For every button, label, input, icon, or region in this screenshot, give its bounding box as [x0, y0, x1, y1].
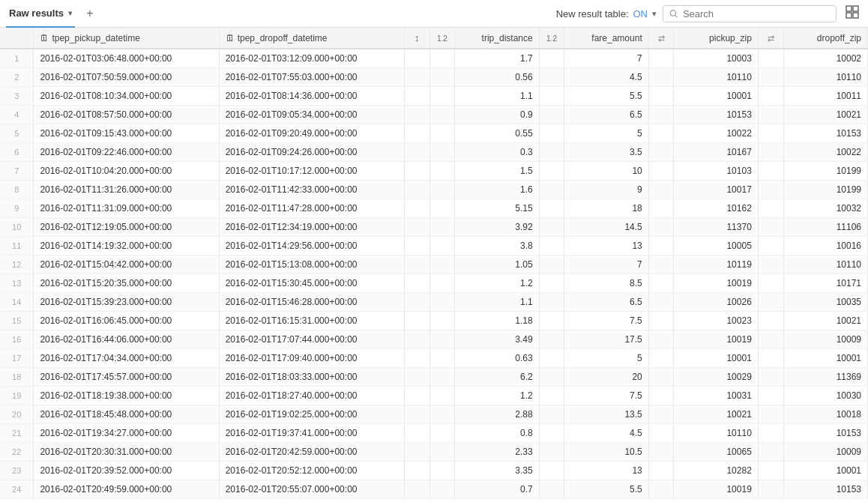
cell-pickup-datetime: 2016-02-01T20:49:59.000+00:00 — [34, 480, 219, 499]
cell-int-icon-b — [758, 237, 783, 255]
table-row: 9 2016-02-01T11:31:09.000+00:00 2016-02-… — [0, 199, 868, 218]
table-header-row: 🗓 tpep_pickup_datetime 🗓 tpep_dropoff_da… — [0, 28, 868, 49]
cell-fare-amount: 17.5 — [564, 330, 648, 349]
search-box[interactable] — [663, 5, 837, 22]
cell-pickup-datetime: 2016-02-01T08:57:50.000+00:00 — [34, 106, 219, 124]
cell-sort-placeholder — [404, 424, 430, 443]
cell-int-icon-a — [648, 312, 674, 330]
cell-trip-distance: 1.18 — [455, 312, 539, 330]
col-header-trip-distance[interactable]: trip_distance — [455, 28, 539, 49]
cell-fare-amount: 7 — [564, 255, 648, 274]
cell-fare-amount: 6.5 — [564, 293, 648, 312]
col-header-rownum — [0, 28, 34, 49]
cell-rownum: 10 — [0, 218, 34, 237]
cell-badge-12a — [430, 312, 455, 330]
cell-rownum: 13 — [0, 274, 34, 293]
table-row: 15 2016-02-01T16:06:45.000+00:00 2016-02… — [0, 312, 868, 330]
cell-badge-12a — [430, 424, 455, 443]
cell-dropoff-zip: 10153 — [783, 424, 867, 443]
table-row: 4 2016-02-01T08:57:50.000+00:00 2016-02-… — [0, 106, 868, 124]
cell-pickup-datetime: 2016-02-01T16:44:06.000+00:00 — [34, 330, 219, 349]
cell-badge-12b — [539, 424, 564, 443]
cell-dropoff-zip: 10021 — [783, 312, 867, 330]
cell-pickup-datetime: 2016-02-01T12:19:05.000+00:00 — [34, 218, 219, 237]
add-tab-button[interactable]: + — [81, 4, 99, 22]
cell-sort-placeholder — [404, 480, 430, 499]
cell-dropoff-datetime: 2016-02-01T18:03:33.000+00:00 — [219, 368, 404, 387]
cell-pickup-zip: 10021 — [674, 405, 758, 424]
cell-dropoff-zip: 10030 — [783, 387, 867, 405]
cell-dropoff-zip: 10171 — [783, 274, 867, 293]
col-header-pickup-zip[interactable]: pickup_zip — [674, 28, 758, 49]
cell-badge-12a — [430, 293, 455, 312]
svg-rect-4 — [846, 13, 852, 18]
cell-fare-amount: 13 — [564, 237, 648, 255]
cell-sort-placeholder — [404, 162, 430, 181]
cell-pickup-zip: 10023 — [674, 312, 758, 330]
cell-int-icon-b — [758, 387, 783, 405]
cell-dropoff-datetime: 2016-02-01T18:27:40.000+00:00 — [219, 387, 404, 405]
new-result-label: New result table: — [556, 8, 629, 19]
cell-dropoff-datetime: 2016-02-01T03:12:09.000+00:00 — [219, 49, 404, 68]
cell-trip-distance: 1.6 — [455, 181, 539, 199]
search-input[interactable] — [683, 8, 830, 19]
col-header-dropoff-datetime[interactable]: 🗓 tpep_dropoff_datetime — [219, 28, 404, 49]
cell-fare-amount: 10.5 — [564, 443, 648, 462]
cell-trip-distance: 0.9 — [455, 106, 539, 124]
cell-fare-amount: 8.5 — [564, 274, 648, 293]
cell-trip-distance: 0.7 — [455, 480, 539, 499]
cell-dropoff-datetime: 2016-02-01T14:29:56.000+00:00 — [219, 237, 404, 255]
badge-12b: 1.2 — [546, 34, 557, 43]
cell-sort-placeholder — [404, 330, 430, 349]
cell-badge-12b — [539, 181, 564, 199]
cell-trip-distance: 2.88 — [455, 405, 539, 424]
cell-dropoff-zip: 10009 — [783, 443, 867, 462]
cell-trip-distance: 3.92 — [455, 218, 539, 237]
toggle-chevron-icon[interactable]: ▾ — [652, 9, 657, 19]
cell-pickup-zip: 10019 — [674, 330, 758, 349]
cell-dropoff-datetime: 2016-02-01T15:13:08.000+00:00 — [219, 255, 404, 274]
col-header-dropoff-zip[interactable]: dropoff_zip — [783, 28, 867, 49]
cell-dropoff-zip: 10199 — [783, 162, 867, 181]
cell-badge-12a — [430, 480, 455, 499]
table-row: 8 2016-02-01T11:31:26.000+00:00 2016-02-… — [0, 181, 868, 199]
cell-trip-distance: 0.56 — [455, 68, 539, 87]
cell-dropoff-zip: 10018 — [783, 405, 867, 424]
cell-sort-placeholder — [404, 255, 430, 274]
cell-dropoff-datetime: 2016-02-01T11:47:28.000+00:00 — [219, 199, 404, 218]
cell-dropoff-datetime: 2016-02-01T20:55:07.000+00:00 — [219, 480, 404, 499]
table-row: 5 2016-02-01T09:15:43.000+00:00 2016-02-… — [0, 124, 868, 143]
cell-pickup-datetime: 2016-02-01T20:39:52.000+00:00 — [34, 462, 219, 480]
cell-int-icon-a — [648, 87, 674, 106]
raw-results-tab[interactable]: Raw results ▾ — [6, 0, 75, 28]
cell-sort-placeholder — [404, 237, 430, 255]
cell-int-icon-b — [758, 162, 783, 181]
cell-pickup-datetime: 2016-02-01T03:06:48.000+00:00 — [34, 49, 219, 68]
cell-int-icon-a — [648, 255, 674, 274]
cell-fare-amount: 14.5 — [564, 218, 648, 237]
col-header-sort[interactable]: ↕ — [404, 28, 430, 49]
cell-sort-placeholder — [404, 293, 430, 312]
col-header-fare-amount[interactable]: fare_amount — [564, 28, 648, 49]
cell-fare-amount: 13.5 — [564, 405, 648, 424]
cell-dropoff-datetime: 2016-02-01T11:42:33.000+00:00 — [219, 181, 404, 199]
cell-dropoff-zip: 10153 — [783, 480, 867, 499]
cell-trip-distance: 0.55 — [455, 124, 539, 143]
cell-sort-placeholder — [404, 387, 430, 405]
cell-dropoff-datetime: 2016-02-01T20:42:59.000+00:00 — [219, 443, 404, 462]
col-header-pickup-datetime[interactable]: 🗓 tpep_pickup_datetime — [34, 28, 219, 49]
cell-badge-12a — [430, 49, 455, 68]
cell-trip-distance: 0.8 — [455, 424, 539, 443]
cell-pickup-datetime: 2016-02-01T17:45:57.000+00:00 — [34, 368, 219, 387]
cell-trip-distance: 1.2 — [455, 387, 539, 405]
add-icon: + — [86, 7, 93, 20]
cell-badge-12b — [539, 218, 564, 237]
cell-rownum: 17 — [0, 349, 34, 368]
expand-icon[interactable] — [843, 4, 862, 23]
cell-fare-amount: 4.5 — [564, 424, 648, 443]
cell-badge-12b — [539, 349, 564, 368]
cell-dropoff-zip: 10009 — [783, 330, 867, 349]
cell-badge-12b — [539, 237, 564, 255]
new-result-toggle-value[interactable]: ON — [633, 8, 648, 19]
cell-rownum: 2 — [0, 68, 34, 87]
